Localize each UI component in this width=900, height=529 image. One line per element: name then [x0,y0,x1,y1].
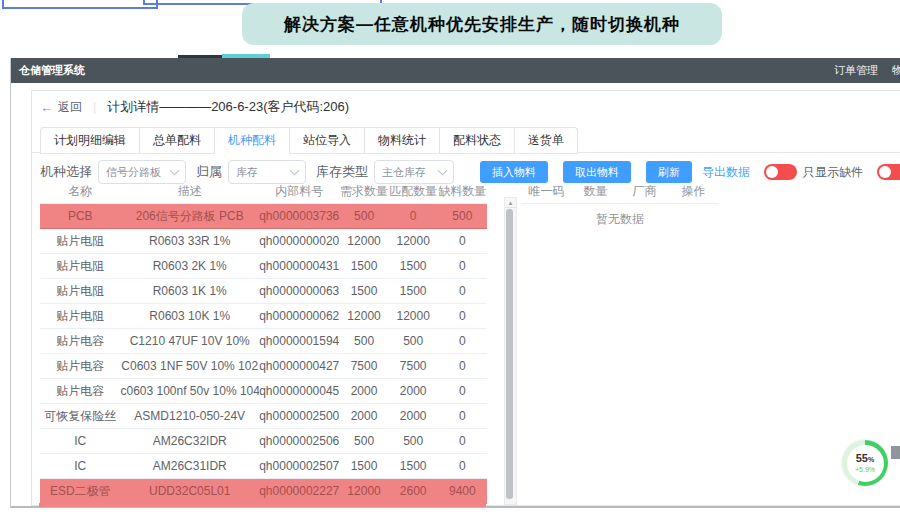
table-cell: 可恢复保险丝 [40,408,120,425]
chevron-down-icon [290,166,300,176]
table-row[interactable]: ICAM26C31IDRqh0000002507150015000 [40,454,487,479]
table-cell: R0603 10K 1% [120,309,259,323]
table-cell: 贴片电阻 [40,233,120,250]
app-title: 仓储管理系统 [19,58,85,83]
scrollbar-thumb[interactable] [506,209,513,499]
tab-总单配料[interactable]: 总单配料 [140,128,215,154]
back-label: 返回 [58,99,82,116]
table-cell: qh0000000045 [259,384,339,398]
toggle-knob [879,166,891,178]
back-button[interactable]: ← 返回 [40,99,82,116]
table-cell: 12000 [389,309,438,323]
show-only-missing-toggle[interactable] [764,164,797,180]
table-row[interactable]: ICAM26C32IDRqh00000025065005000 [40,429,487,454]
table-cell: qh0000002507 [259,459,339,473]
left-table-header: 名称描述内部料号需求数量匹配数量缺料数量 [40,179,487,204]
table-cell: 2000 [339,384,388,398]
table-row[interactable]: 贴片电阻R0603 10K 1%qh000000006212000120000 [40,304,487,329]
tab-物料统计[interactable]: 物料统计 [365,128,440,154]
breadcrumb: ← 返回 | 计划详情————206-6-23(客户代码:206) [40,96,349,118]
tab-送货单[interactable]: 送货单 [515,128,577,154]
table-row[interactable]: ESD二极管UDD32C05L01qh000000222712000260094… [40,479,487,504]
table-cell: 0 [438,259,487,273]
column-header: 需求数量 [339,183,388,200]
table-cell: 1500 [389,259,438,273]
table-cell: 贴片电容 [40,358,120,375]
table-scrollbar[interactable]: ▲ [504,197,517,505]
column-header: 缺料数量 [438,183,487,200]
table-row[interactable]: 贴片电阻R0603 1K 1%qh0000000063150015000 [40,279,487,304]
content-card: ← 返回 | 计划详情————206-6-23(客户代码:206) 计划明细编辑… [31,90,900,506]
table-cell: 7500 [339,359,388,373]
progress-percent: 55% [856,453,874,465]
table-cell: C1210 47UF 10V 10% [120,334,259,348]
unique-code-table: 唯一码数量厂商操作 暂无数据 [522,179,718,204]
table-cell: 1500 [339,259,388,273]
tab-配料状态[interactable]: 配料状态 [440,128,515,154]
table-cell: 1500 [339,459,388,473]
table-row[interactable]: 贴片电容C1210 47UF 10V 10%qh0000001594500500… [40,329,487,354]
table-cell: 12000 [389,234,438,248]
chevron-down-icon [438,166,448,176]
table-cell: AM26C32IDR [120,434,259,448]
table-cell: 2000 [389,409,438,423]
table-cell: 0 [438,359,487,373]
tab-计划明细编辑[interactable]: 计划明细编辑 [41,128,140,154]
table-cell: 0 [389,209,438,223]
table-cell: 2000 [339,409,388,423]
table-row[interactable]: 贴片电容c0603 100nf 50v 10% 104qh00000000452… [40,379,487,404]
empty-data-text: 暂无数据 [522,211,718,228]
table-cell: 贴片电阻 [40,283,120,300]
slide-title-banner: 解决方案—任意机种优先安排生产，随时切换机种 [242,3,722,45]
chevron-down-icon [170,166,180,176]
table-cell: 0 [438,309,487,323]
table-row[interactable]: 贴片电阻R0603 2K 1%qh0000000431150015000 [40,254,487,279]
table-cell: 500 [389,434,438,448]
table-cell: 0 [438,459,487,473]
table-cell: 贴片电阻 [40,308,120,325]
column-header: 名称 [40,183,120,200]
table-cell: ASMD1210-050-24V [120,409,259,423]
table-cell: qh0000000063 [259,284,339,298]
table-row[interactable]: 贴片电容C0603 1NF 50V 10% 102qh0000000427750… [40,354,487,379]
column-header: 描述 [120,183,259,200]
progress-inner: 55% +5.9% [847,445,884,482]
table-cell: 206信号分路板 PCB [120,208,259,225]
nav-item-material-management[interactable]: 物料管理 [892,58,900,83]
table-cell: 0 [438,409,487,423]
table-cell: 7500 [389,359,438,373]
column-header: 匹配数量 [389,183,438,200]
table-cell: qh0000000431 [259,259,339,273]
table-cell: qh0000000062 [259,309,339,323]
table-cell: UDD32C05L01 [120,484,259,498]
scrollbar-up-icon[interactable]: ▲ [505,198,516,208]
app-header-bar: 仓储管理系统 订单管理 物料管理 [11,58,900,83]
tabs: 计划明细编辑总单配料机种配料站位导入物料统计配料状态送货单 [40,127,578,154]
table-row[interactable]: 可恢复保险丝ASMD1210-050-24Vqh0000002500200020… [40,404,487,429]
table-cell: 500 [339,334,388,348]
right-table-header: 唯一码数量厂商操作 [522,179,718,204]
clipped-row-strip [39,503,486,507]
tab-机种配料[interactable]: 机种配料 [215,128,290,154]
nav-item-order-management[interactable]: 订单管理 [834,58,878,83]
show-only-smd-toggle[interactable] [877,164,900,180]
table-row[interactable]: 贴片电阻R0603 33R 1%qh000000002012000120000 [40,229,487,254]
table-cell: AM26C31IDR [120,459,259,473]
progress-badge[interactable]: 55% +5.9% [842,440,888,486]
table-cell: IC [40,434,120,448]
table-row[interactable]: PCB206信号分路板 PCBqh00000037365000500 [40,204,487,229]
table-cell: qh0000003736 [259,209,339,223]
table-cell: 贴片电容 [40,333,120,350]
table-cell: qh0000002500 [259,409,339,423]
table-cell: R0603 1K 1% [120,284,259,298]
table-cell: c0603 100nf 50v 10% 104 [120,384,259,398]
table-cell: 2600 [389,484,438,498]
table-cell: 1500 [389,284,438,298]
progress-delta: +5.9% [855,466,875,474]
table-cell: IC [40,459,120,473]
table-cell: 12000 [339,309,388,323]
table-cell: 500 [389,334,438,348]
export-data-link[interactable]: 导出数据 [702,164,750,181]
tab-站位导入[interactable]: 站位导入 [290,128,365,154]
show-only-missing-label: 只显示缺件 [803,164,863,181]
